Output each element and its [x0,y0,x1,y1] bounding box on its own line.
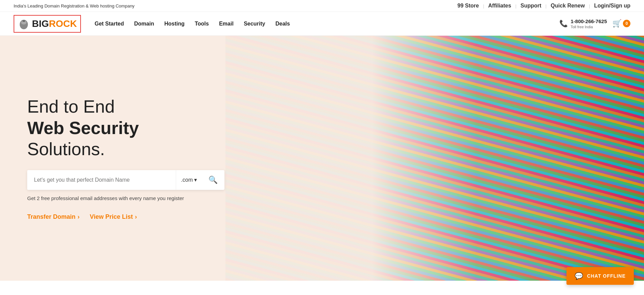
topnav-login[interactable]: Login/Sign up [594,3,630,9]
phone-box: 📞 1-800-266-7625 Toll free India [559,18,607,30]
nav-domain[interactable]: Domain [134,21,154,27]
company-tagline: India's Leading Domain Registration & We… [14,3,135,9]
nav-get-started[interactable]: Get Started [95,21,124,27]
view-price-list-link[interactable]: View Price List › [90,213,137,220]
logo-rock: ROCK [49,18,77,29]
hero-subtitle: Get 2 free professional email addresses … [27,195,211,201]
phone-subtitle: Toll free India [571,24,607,29]
cart-count: 0 [623,20,630,27]
chat-label: CHAT OFFLINE [587,273,626,279]
domain-search-input[interactable] [27,170,176,190]
view-price-list-chevron: › [135,213,137,220]
search-box: .com ▾ 🔍 [27,170,224,190]
hero-content: End to End Web Security Solutions. .com … [0,96,238,220]
cart-button[interactable]: 🛒 0 [612,19,630,28]
domain-ext-selector[interactable]: .com ▾ [176,170,202,190]
chevron-down-icon: ▾ [194,177,197,183]
top-nav: 99 Store | Affiliates | Support | Quick … [457,3,630,9]
hero-overlay [225,36,644,281]
phone-icon: 📞 [559,19,568,28]
headline-rest: Solutions. [27,139,105,159]
topnav-affiliates[interactable]: Affiliates [488,3,511,9]
sep3: | [545,3,546,9]
topnav-support[interactable]: Support [521,3,541,9]
top-bar: India's Leading Domain Registration & We… [0,0,644,12]
nav-hosting[interactable]: Hosting [164,21,185,27]
logo-icon [18,18,30,30]
topnav-99store[interactable]: 99 Store [457,3,479,9]
phone-info: 1-800-266-7625 Toll free India [571,18,607,30]
transfer-domain-link[interactable]: Transfer Domain › [27,213,80,220]
search-button[interactable]: 🔍 [202,170,224,190]
sep2: | [515,3,516,9]
nav-security[interactable]: Security [244,21,265,27]
transfer-domain-chevron: › [78,213,80,220]
logo[interactable]: BIGROCK [14,15,81,33]
nav-links: Get Started Domain Hosting Tools Email S… [95,21,559,27]
hero-section: End to End Web Security Solutions. .com … [0,36,644,281]
nav-deals[interactable]: Deals [275,21,290,27]
hero-links: Transfer Domain › View Price List › [27,213,211,220]
main-nav: BIGROCK Get Started Domain Hosting Tools… [0,12,644,36]
cart-icon: 🛒 [612,19,622,28]
sep4: | [589,3,590,9]
headline-line1: End to End [27,97,115,116]
topnav-quick-renew[interactable]: Quick Renew [550,3,584,9]
chat-icon: 💬 [575,272,583,280]
nav-email[interactable]: Email [219,21,234,27]
search-icon: 🔍 [208,176,218,184]
nav-tools[interactable]: Tools [195,21,209,27]
view-price-list-label: View Price List [90,213,133,220]
transfer-domain-label: Transfer Domain [27,213,75,220]
logo-big: BIG [32,18,49,29]
sep1: | [483,3,484,9]
svg-rect-2 [22,20,25,22]
nav-right: 📞 1-800-266-7625 Toll free India 🛒 0 [559,18,630,30]
chat-offline-button[interactable]: 💬 CHAT OFFLINE [566,267,634,281]
phone-number: 1-800-266-7625 [571,18,607,25]
domain-ext-value: .com [181,177,193,183]
headline-bold: Web Security [27,118,139,138]
logo-text: BIGROCK [32,18,77,29]
hero-headline: End to End Web Security Solutions. [27,96,211,160]
